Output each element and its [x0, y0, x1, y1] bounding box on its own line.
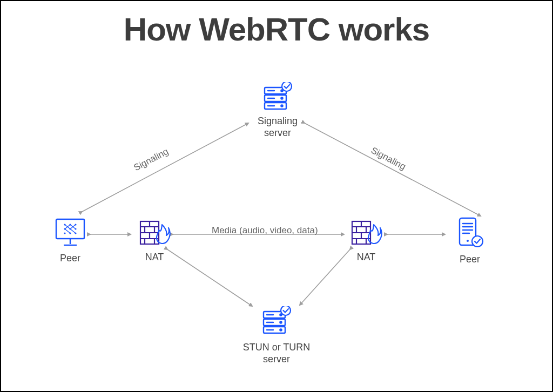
node-peer-left: Peer: [49, 217, 92, 265]
edge-label-media: Media (audio, video, data): [212, 225, 318, 236]
node-nat-right: NAT: [345, 218, 388, 263]
svg-point-13: [281, 90, 282, 91]
svg-point-16: [282, 82, 292, 91]
diagram-frame: How WebRTC works Signaling Signalin: [0, 0, 553, 392]
svg-point-26: [64, 232, 65, 234]
svg-point-14: [281, 97, 282, 99]
node-stun-server: STUN or TURN server: [233, 306, 320, 365]
svg-point-71: [281, 306, 291, 315]
server-check-icon: [260, 306, 293, 336]
diagram-title: How WebRTC works: [1, 11, 552, 48]
desktop-icon: [53, 217, 87, 247]
svg-line-1: [305, 123, 481, 216]
edge-label-signaling-left: Signaling: [132, 146, 170, 173]
firewall-icon: [138, 218, 171, 246]
node-label-nat-left: NAT: [133, 252, 176, 263]
svg-point-60: [467, 240, 469, 242]
svg-point-69: [280, 321, 281, 323]
node-label-peer-left: Peer: [49, 253, 92, 265]
svg-point-61: [472, 236, 483, 247]
edge-label-signaling-right: Signaling: [369, 145, 407, 172]
svg-line-31: [65, 229, 70, 233]
svg-point-15: [281, 105, 282, 106]
server-check-icon: [261, 82, 294, 112]
svg-line-32: [70, 229, 76, 233]
svg-line-6: [300, 249, 350, 305]
node-label-peer-right: Peer: [448, 254, 491, 266]
node-label-nat-right: NAT: [345, 252, 388, 263]
node-label-signaling: Signaling server: [256, 116, 299, 139]
phone-check-icon: [455, 216, 484, 248]
node-peer-right: Peer: [448, 216, 491, 266]
node-signaling-server: Signaling server: [256, 82, 299, 139]
firewall-icon: [350, 218, 382, 246]
svg-line-5: [167, 249, 252, 306]
svg-line-0: [82, 123, 248, 212]
node-nat-left: NAT: [133, 218, 176, 263]
svg-point-68: [280, 314, 281, 315]
node-label-stun: STUN or TURN server: [233, 342, 320, 365]
svg-point-70: [280, 329, 281, 330]
